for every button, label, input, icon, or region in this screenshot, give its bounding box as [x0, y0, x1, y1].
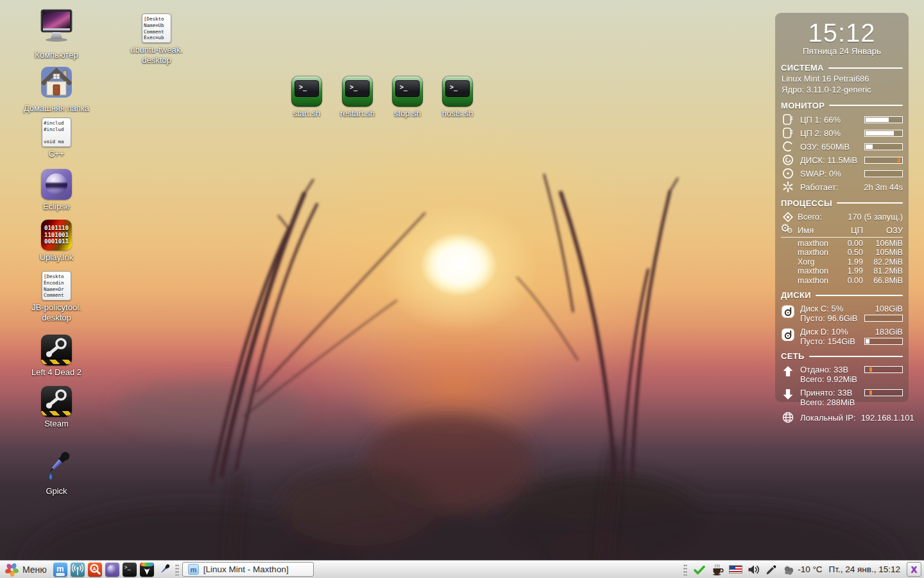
desktop-icon-label: Домашняя папка: [24, 103, 89, 114]
conky-clock: 15:12: [781, 19, 903, 46]
desktop-icon-jb-policytool[interactable]: [Deskto Encodin Name=Or Comment JB-polic…: [21, 271, 92, 324]
launcher-eclipse[interactable]: [105, 562, 120, 577]
system-kernel: Ядро: 3.11.0-12-generic: [782, 85, 903, 94]
desktop-icon-label: stop.sh: [394, 109, 421, 119]
desktop-icon-cpp[interactable]: #includ #includ void ma C++: [21, 118, 92, 159]
eyedropper-small-icon: [157, 563, 171, 577]
desktop-icon-label: Left 4 Dead 2: [31, 367, 81, 378]
terminal-script-icon: >_: [342, 76, 373, 107]
monitor-row-cpu2: ЦП 2: 80%: [781, 127, 903, 140]
tray-separator[interactable]: [683, 564, 687, 575]
desktop-icon-label: Компьютер: [35, 50, 78, 60]
window-title: [Linux Mint - Maxthon]: [203, 565, 289, 574]
uplay-icon: 0101110 1101001 0001011: [41, 220, 72, 250]
process-row: maxthon 0.00 106MiB: [781, 239, 903, 249]
steam-game-icon: [41, 335, 72, 365]
desktop-icon-label: Uplay.lnk: [40, 252, 74, 263]
process-row: maxthon 0.50 105MiB: [781, 248, 903, 258]
disk-d-item: Диск D: 10%183GiB Пусто: 154GiB: [781, 327, 903, 346]
process-row: maxthon 0.00 66.8MiB: [781, 276, 903, 286]
eclipse-orb-icon: [105, 563, 119, 577]
wifi-signal-icon: [71, 563, 85, 577]
launcher-maxthon[interactable]: m: [53, 562, 68, 577]
menu-button[interactable]: Меню: [3, 561, 51, 578]
uptime-icon: [781, 180, 795, 193]
launcher-wifi-analyzer[interactable]: [70, 562, 85, 577]
desktop-icon-home[interactable]: Домашняя папка: [21, 66, 92, 114]
desktop-icon-computer[interactable]: Компьютер: [21, 8, 92, 60]
desktop-icon-ubuntu-tweak[interactable]: [Deskto Name=Ub Comment Exec=ub ubuntu-t…: [121, 13, 192, 66]
desktop-icon-label: restart.sh: [340, 109, 375, 119]
home-folder-icon: [40, 66, 73, 101]
cpu-icon: [781, 113, 795, 126]
panel-clock[interactable]: Пт., 24 янв., 15:12: [829, 565, 900, 574]
conky-date: Пятница 24 Январь: [781, 46, 903, 56]
swap-icon: [781, 167, 795, 180]
desktop-icon-gpick[interactable]: Gpick: [21, 448, 92, 496]
desktop-icon-uplay[interactable]: 0101110 1101001 0001011 Uplay.lnk: [21, 220, 92, 263]
network-up-item: Отдано: 33B Всего: 9.92MiB: [781, 365, 903, 384]
svg-text:A: A: [92, 566, 96, 572]
eyedropper-icon: [40, 448, 73, 484]
local-ip-row: Локальный IP: 192.168.1.101: [781, 411, 903, 424]
weather-applet[interactable]: -10 °C: [782, 564, 822, 575]
computer-icon: [37, 8, 76, 48]
x-applet-button[interactable]: X: [907, 562, 921, 577]
desktop-icon-label: hosts.sh: [442, 109, 473, 119]
disk-drive-icon: [781, 304, 795, 319]
dark-app-icon: [140, 563, 154, 577]
process-table-header: ⚙⚙ Имя ЦП ОЗУ: [781, 224, 903, 238]
conky-widget: 15:12 Пятница 24 Январь СИСТЕМА Linux Mi…: [775, 13, 909, 402]
desktop-icon-label: Steam: [44, 419, 69, 429]
process-row: Xorg 1.99 82.2MiB: [781, 258, 903, 267]
launcher-gpick[interactable]: [157, 562, 172, 577]
eclipse-icon: [41, 169, 72, 200]
desktop-icon-left4dead2[interactable]: Left 4 Dead 2: [21, 335, 92, 378]
stylus-pen-icon[interactable]: [764, 563, 778, 577]
desktop-icon-label: C++: [49, 149, 65, 159]
maxthon-icon: m: [53, 563, 67, 577]
desktop-icon-hosts-sh[interactable]: >_ hosts.sh: [422, 76, 493, 119]
window-list-button[interactable]: m [Linux Mint - Maxthon]: [182, 562, 314, 577]
desktop-icon-label: Eclipse: [43, 202, 70, 212]
terminal-script-icon: >_: [291, 76, 322, 107]
section-header-processes: ПРОЦЕССЫ: [781, 198, 903, 208]
launcher-search-app[interactable]: A: [87, 562, 103, 577]
keyboard-layout-flag-icon[interactable]: [728, 563, 742, 577]
desktop-icon-label: start.sh: [293, 109, 321, 119]
text-file-icon: #includ #includ void ma: [42, 118, 71, 147]
desktop-root: Компьютер [Deskto Name=Ub Comment Exec=u…: [0, 0, 924, 578]
menu-label: Меню: [22, 565, 47, 575]
disk-drive-icon: [781, 327, 795, 342]
taskbar: Меню m A >_: [0, 560, 924, 578]
launcher-terminal[interactable]: >_: [122, 562, 137, 577]
monitor-row-swap: SWAP: 0%: [781, 167, 903, 180]
desktop-icon-eclipse[interactable]: Eclipse: [21, 169, 92, 212]
panel-separator[interactable]: [175, 564, 179, 575]
desktop-icon-steam[interactable]: Steam: [21, 386, 92, 429]
section-header-system: СИСТЕМА: [781, 63, 903, 73]
mint-logo-icon: [4, 562, 19, 577]
globe-icon: [781, 411, 795, 424]
desktop-icon-label: JB-policytool. desktop: [31, 302, 81, 324]
desktop-icon-label: Gpick: [46, 486, 67, 496]
maxthon-window-icon: m: [188, 564, 199, 575]
system-os: Linux Mint 16 Petrai686: [782, 74, 903, 83]
volume-icon[interactable]: [746, 563, 760, 577]
launcher-steam-dark[interactable]: [139, 562, 155, 577]
cpu-icon: [781, 127, 795, 139]
text-file-icon: [Deskto Name=Ub Comment Exec=ub: [142, 13, 171, 43]
desktop-icon-label: ubuntu-tweak. desktop: [130, 45, 183, 66]
monitor-row-uptime: Работает: 2h 3m 44s: [781, 180, 903, 194]
arrow-up-icon: [781, 365, 795, 378]
section-header-monitor: МОНИТОР: [781, 101, 903, 110]
disk-icon: [781, 153, 795, 166]
section-header-disks: ДИСКИ: [781, 290, 903, 300]
temperature-text: -10 °C: [798, 565, 822, 574]
text-file-icon: [Deskto Encodin Name=Or Comment: [42, 271, 71, 301]
update-manager-icon[interactable]: [692, 563, 706, 577]
coffee-cup-icon[interactable]: [710, 563, 724, 577]
arrow-down-icon: [781, 388, 795, 401]
monitor-row-ram: ОЗУ: 650MiB: [781, 140, 903, 153]
terminal-script-icon: >_: [442, 76, 473, 107]
